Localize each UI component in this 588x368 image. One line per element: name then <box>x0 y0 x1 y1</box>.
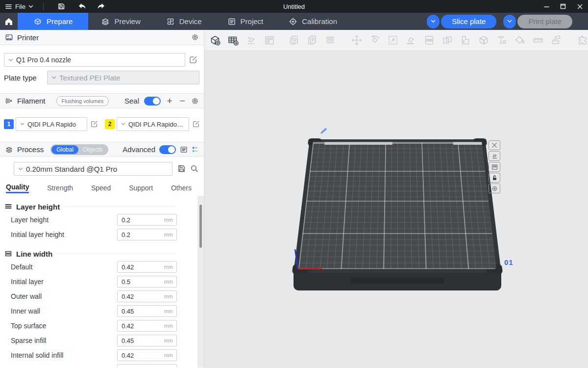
process-preset-select[interactable]: 0.20mm Standard @Q1 Pro <box>14 162 172 176</box>
remove-filament-button[interactable]: − <box>178 97 186 105</box>
setting-row-partial <box>0 363 204 368</box>
plate-rear-strip <box>453 142 482 145</box>
filament-icon <box>5 97 13 105</box>
setting-input[interactable] <box>117 364 177 368</box>
lay-on-face-button[interactable] <box>405 34 417 47</box>
orient-plate-button[interactable] <box>489 151 500 161</box>
advanced-toggle[interactable] <box>159 145 176 154</box>
delete-plate-button[interactable] <box>489 140 500 150</box>
variable-layers-button[interactable] <box>324 34 336 47</box>
redo-button[interactable] <box>97 3 105 10</box>
list-icon <box>180 146 188 154</box>
copy-button[interactable] <box>288 34 300 47</box>
tab-quality[interactable]: Quality <box>6 183 29 193</box>
objects-tree-button[interactable] <box>192 146 199 153</box>
seam-paint-button[interactable] <box>550 34 562 47</box>
plate-type-select[interactable]: Textured PEI Plate <box>47 71 199 84</box>
printer-settings-button[interactable] <box>191 33 199 41</box>
print-plate-button[interactable]: Print plate <box>517 15 572 28</box>
setting-input[interactable]: 0.5mm <box>117 276 177 288</box>
parameter-list-button[interactable] <box>180 146 188 154</box>
filament-2-swatch[interactable]: 2 <box>105 119 115 129</box>
settings-scrollbar[interactable] <box>197 196 204 368</box>
plate-settings-button[interactable] <box>489 184 500 193</box>
tab-others[interactable]: Others <box>171 184 192 193</box>
setting-label: Sparse infill <box>11 337 117 344</box>
plate-handle-notch <box>351 277 444 284</box>
prepare-cube-icon <box>33 17 42 26</box>
setting-input[interactable]: 0.2mm <box>117 214 177 226</box>
cut-button[interactable] <box>423 34 435 47</box>
setting-input[interactable]: 0.2mm <box>117 229 177 240</box>
titlebar-divider <box>43 3 44 10</box>
setting-input[interactable]: 0.45mm <box>117 335 177 346</box>
close-button[interactable] <box>571 0 588 13</box>
paste-button[interactable] <box>306 34 318 47</box>
assembly-view-button[interactable] <box>577 34 588 47</box>
tab-strength[interactable]: Strength <box>47 184 73 193</box>
color-paint-button[interactable] <box>514 34 526 47</box>
seal-toggle[interactable] <box>144 97 161 105</box>
filament-1-select[interactable]: QIDI PLA Rapido <box>16 117 87 131</box>
search-settings-button[interactable] <box>190 164 198 173</box>
tab-prepare[interactable]: Prepare <box>18 13 88 30</box>
process-preset-value: 0.20mm Standard @Q1 Pro <box>26 165 117 173</box>
add-filament-button[interactable]: + <box>166 97 173 105</box>
plate-rename-icon[interactable] <box>319 127 328 134</box>
setting-label: Internal solid infill <box>11 351 117 359</box>
slice-plate-button[interactable]: Slice plate <box>441 15 496 28</box>
split-to-parts-button[interactable] <box>460 34 471 47</box>
setting-input[interactable]: 0.42mm <box>117 290 177 302</box>
rotate-button[interactable] <box>369 34 381 47</box>
filament-2-value: QIDI PLA Rapido M... <box>128 121 185 128</box>
save-preset-button[interactable] <box>177 164 186 173</box>
measure-button[interactable] <box>532 34 544 47</box>
add-object-button[interactable] <box>209 34 221 47</box>
setting-input[interactable]: 0.42mm <box>117 261 177 273</box>
filament-2-select[interactable]: QIDI PLA Rapido M... <box>117 117 189 131</box>
home-button[interactable] <box>0 13 18 30</box>
flushing-volumes-button[interactable]: Flushing volumes <box>56 96 109 106</box>
arrange-button[interactable] <box>264 34 275 47</box>
save-button[interactable] <box>57 2 65 10</box>
arrange-plate-button[interactable] <box>489 162 500 172</box>
setting-row: Initial layer height 0.2mm <box>0 227 204 242</box>
home-icon <box>4 18 13 26</box>
tab-support[interactable]: Support <box>129 184 153 193</box>
slice-options-button[interactable] <box>427 15 440 28</box>
process-scope-switch[interactable]: Global Objects <box>50 144 108 155</box>
viewport-3d[interactable]: 01 <box>204 51 588 368</box>
filament-settings-button[interactable] <box>191 97 199 105</box>
scrollbar-thumb[interactable] <box>199 205 202 248</box>
printer-preset-select[interactable]: Q1 Pro 0.4 nozzle <box>4 53 185 67</box>
print-options-button[interactable] <box>503 15 516 28</box>
tab-calibration[interactable]: Calibration <box>276 13 350 30</box>
edit-filament-2-button[interactable] <box>192 120 200 128</box>
setting-input[interactable]: 0.42mm <box>117 349 177 361</box>
move-button[interactable] <box>351 34 363 47</box>
filament-section-header: Filament Flushing volumes Seal + − <box>0 93 204 108</box>
tab-preview[interactable]: Preview <box>88 13 153 30</box>
text-tool-button[interactable] <box>496 34 508 47</box>
add-plate-button[interactable] <box>227 34 239 47</box>
maximize-button[interactable] <box>555 0 571 13</box>
setting-input[interactable]: 0.45mm <box>117 305 177 317</box>
tab-project[interactable]: Project <box>215 13 276 30</box>
file-menu[interactable]: File <box>5 3 33 10</box>
split-to-objects-button[interactable] <box>441 34 453 47</box>
tab-device[interactable]: Device <box>153 13 215 30</box>
mesh-boolean-button[interactable] <box>478 34 490 47</box>
scope-objects[interactable]: Objects <box>78 146 107 153</box>
scope-global[interactable]: Global <box>51 145 78 154</box>
filament-1-swatch[interactable]: 1 <box>4 119 14 129</box>
scale-button[interactable] <box>387 34 399 47</box>
auto-orient-button[interactable] <box>245 34 257 47</box>
minimize-button[interactable] <box>538 0 555 13</box>
setting-input[interactable]: 0.42mm <box>117 320 177 332</box>
setting-label: Inner wall <box>11 307 117 315</box>
edit-printer-button[interactable] <box>189 55 197 64</box>
tab-speed[interactable]: Speed <box>91 184 111 193</box>
undo-button[interactable] <box>78 3 87 10</box>
lock-plate-button[interactable] <box>489 173 500 183</box>
edit-filament-1-button[interactable] <box>90 120 98 128</box>
